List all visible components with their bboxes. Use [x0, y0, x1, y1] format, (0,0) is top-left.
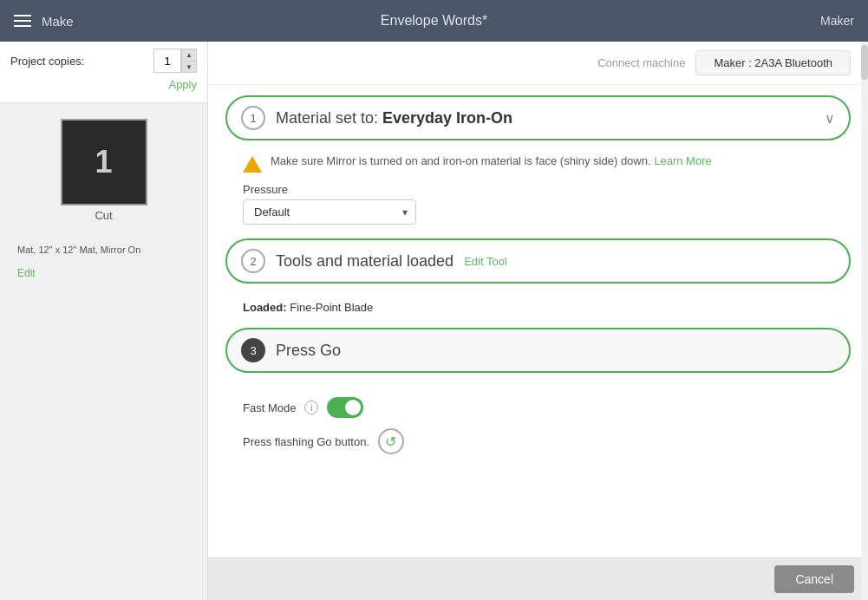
copies-arrows: ▲ ▼ — [181, 49, 197, 73]
apply-button[interactable]: Apply — [168, 78, 197, 91]
warning-row: Make sure Mirror is turned on and iron-o… — [243, 154, 833, 173]
fast-mode-row: Fast Mode i — [243, 397, 833, 418]
mat-number: 1 — [95, 144, 112, 180]
main-layout: Project copies: 1 ▲ ▼ Apply 1 Cut Mat, 1… — [0, 42, 868, 600]
pressure-label: Pressure — [243, 183, 833, 196]
hamburger-icon[interactable] — [14, 15, 31, 27]
learn-more-link[interactable]: Learn More — [654, 154, 711, 167]
step1-content: Make sure Mirror is turned on and iron-o… — [225, 147, 851, 238]
step3-content: Fast Mode i Press flashing Go button. ↺ — [225, 380, 851, 468]
project-copies-label: Project copies: — [10, 55, 147, 68]
pressure-select-wrap: Default More Less ▾ — [243, 199, 416, 225]
maker-label: Maker — [820, 14, 854, 28]
copies-down-arrow[interactable]: ▼ — [181, 61, 197, 73]
warning-triangle-icon — [243, 156, 262, 173]
connect-machine-button[interactable]: Maker : 2A3A Bluetooth — [695, 50, 851, 75]
apply-area: Apply — [10, 73, 197, 95]
loaded-label: Loaded: — [243, 301, 287, 314]
step2-content: Loaded: Fine-Point Blade — [225, 290, 851, 328]
step2-title: Tools and material loaded — [276, 252, 454, 271]
connect-row: Connect machine Maker : 2A3A Bluetooth — [208, 42, 868, 85]
press-go-row: Press flashing Go button. ↺ — [243, 428, 833, 454]
warning-text: Make sure Mirror is turned on and iron-o… — [271, 154, 833, 167]
scroll-thumb[interactable] — [861, 45, 868, 80]
mat-image: 1 — [61, 119, 147, 205]
step1-circle: 1 — [241, 106, 265, 130]
step1-box: 1 Material set to: Everyday Iron-On ∨ — [225, 95, 851, 140]
fast-mode-label: Fast Mode — [243, 401, 296, 414]
info-icon[interactable]: i — [304, 401, 318, 414]
step3-circle: 3 — [241, 338, 265, 362]
right-panel: Connect machine Maker : 2A3A Bluetooth 1… — [208, 42, 868, 600]
loaded-value: Fine-Point Blade — [290, 301, 373, 314]
copies-control: 1 ▲ ▼ — [153, 49, 197, 73]
header: Make Envelope Words* Maker — [0, 0, 868, 42]
step3-title: Press Go — [276, 342, 341, 360]
step1-chevron[interactable]: ∨ — [825, 110, 835, 127]
step1-title: Material set to: Everyday Iron-On — [276, 109, 512, 127]
mat-info: Mat, 12" x 12" Mat, Mirror On — [10, 241, 197, 258]
press-go-label: Press flashing Go button. — [243, 435, 369, 448]
step1-title-bold: Everyday Iron-On — [382, 109, 512, 127]
go-button-icon[interactable]: ↺ — [378, 428, 404, 454]
cancel-button[interactable]: Cancel — [774, 565, 854, 593]
step2-circle: 2 — [241, 249, 265, 273]
scroll-track[interactable] — [861, 42, 868, 600]
mat-preview: 1 Cut — [10, 112, 197, 232]
edit-link[interactable]: Edit — [10, 267, 197, 286]
make-label: Make — [42, 14, 74, 29]
copies-value[interactable]: 1 — [153, 49, 181, 73]
left-panel: Project copies: 1 ▲ ▼ Apply 1 Cut Mat, 1… — [0, 42, 208, 600]
window-title: Envelope Words* — [381, 13, 487, 29]
loaded-row: Loaded: Fine-Point Blade — [243, 301, 833, 314]
step3-box: 3 Press Go — [225, 328, 851, 373]
step2-edit-tools-link[interactable]: Edit Tool — [464, 255, 507, 268]
pressure-select[interactable]: Default More Less — [243, 199, 416, 225]
connect-machine-label: Connect machine — [597, 56, 685, 69]
copies-up-arrow[interactable]: ▲ — [181, 49, 197, 61]
bottom-bar: Cancel — [208, 558, 868, 600]
step2-box: 2 Tools and material loaded Edit Tool — [225, 238, 851, 284]
fast-mode-toggle[interactable] — [327, 397, 363, 418]
header-left: Make — [14, 14, 74, 29]
steps-container: 1 Material set to: Everyday Iron-On ∨ Ma… — [208, 85, 868, 479]
cut-label: Cut — [91, 205, 115, 225]
